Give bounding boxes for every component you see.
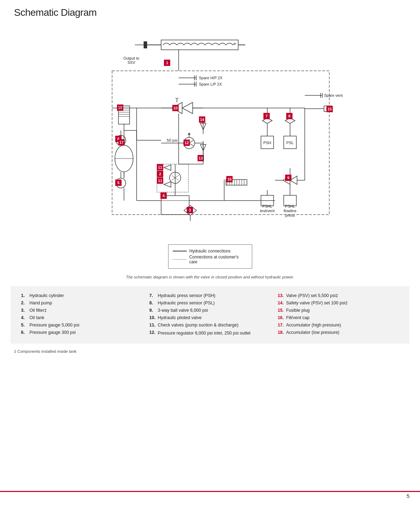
part-text-7: Hydraulic press sensor (PSH) bbox=[158, 293, 215, 298]
svg-text:SSV: SSV bbox=[127, 60, 135, 65]
part-7: 7. Hydraulic press sensor (PSH) bbox=[149, 293, 270, 298]
parts-col-1: 1. Hydraulic cylinder 2. Hand pump 3. Oi… bbox=[21, 293, 142, 337]
svg-text:7: 7 bbox=[265, 114, 267, 118]
part-3: 3. Oil filter‡ bbox=[21, 308, 142, 313]
svg-text:5: 5 bbox=[117, 181, 119, 185]
svg-text:9: 9 bbox=[287, 176, 289, 180]
valve-psv-13: 13 bbox=[198, 141, 206, 161]
svg-text:PSHL: PSHL bbox=[285, 204, 295, 208]
part-5: 5. Pressure gauge 5,000 psi bbox=[21, 323, 142, 328]
part-text-10: Hydraulic piloted valve bbox=[158, 315, 201, 320]
svg-text:18: 18 bbox=[118, 106, 122, 110]
fill-vent-cap: 16 bbox=[226, 176, 247, 185]
part-11: 11. Check valves (pump suction & dischar… bbox=[149, 323, 270, 328]
oil-filter: 3 bbox=[184, 205, 197, 221]
svg-text:PSH: PSH bbox=[263, 141, 271, 145]
hydraulic-cylinder: 1 Output to SSV bbox=[123, 40, 245, 71]
parts-section: 1. Hydraulic cylinder 2. Hand pump 3. Oi… bbox=[11, 286, 409, 344]
part-text-17: Accumulator (high pressure) bbox=[286, 323, 341, 328]
svg-text:2: 2 bbox=[159, 172, 161, 176]
part-text-18: Accumulator (low pressure) bbox=[286, 330, 339, 335]
svg-text:Spare vent: Spare vent bbox=[324, 93, 343, 97]
part-num-3: 3. bbox=[21, 308, 28, 313]
part-num-13: 13. bbox=[278, 293, 285, 298]
part-text-3: Oil filter‡ bbox=[29, 308, 47, 313]
part-text-6: Pressure gauge 300 psi bbox=[29, 330, 76, 335]
part-text-8: Hydraulic press sensor (PSL) bbox=[158, 301, 215, 305]
svg-text:press: press bbox=[285, 213, 295, 217]
part-text-1: Hydraulic cylinder bbox=[29, 293, 64, 298]
part-text-4: Oil tank bbox=[29, 315, 44, 320]
part-num-7: 7. bbox=[149, 293, 156, 298]
legend-dotted-line bbox=[173, 259, 187, 260]
part-text-13: Valve (PSV) set 5,500 psi‡ bbox=[286, 293, 338, 298]
schematic-diagram: 1 Output to SSV Spare H/P 2X Spare L/P 2… bbox=[67, 22, 354, 239]
svg-text:Spare H/P 2X: Spare H/P 2X bbox=[199, 76, 223, 80]
svg-text:Spare L/P 2X: Spare L/P 2X bbox=[199, 82, 222, 86]
page-number: 5 bbox=[407, 493, 409, 499]
svg-text:14: 14 bbox=[200, 117, 204, 122]
part-2: 2. Hand pump bbox=[21, 301, 142, 305]
part-num-12: 12. bbox=[149, 330, 156, 335]
svg-rect-0 bbox=[112, 71, 329, 215]
part-text-15: Fusible plug bbox=[286, 308, 310, 313]
part-17: 17. Accumulator (high pressure) bbox=[278, 323, 399, 328]
part-num-11: 11. bbox=[149, 323, 156, 328]
part-num-17: 17. bbox=[278, 323, 285, 328]
part-num-1: 1. bbox=[21, 293, 28, 298]
safety-valve-14: 14 bbox=[199, 116, 206, 134]
accumulator-low: 18 bbox=[117, 104, 130, 130]
piloted-valve: 10 bbox=[161, 98, 203, 114]
legend-box: Hydraulic connections Connections at cus… bbox=[168, 244, 252, 269]
svg-text:50 psi: 50 psi bbox=[167, 138, 178, 142]
check-valves-pump: 11 2 11 bbox=[157, 164, 188, 192]
svg-text:3: 3 bbox=[188, 208, 191, 212]
part-text-14: Safety valve (PSV) set 100 psi‡ bbox=[286, 301, 348, 305]
footnote: ‡ Components installed inside tank bbox=[0, 344, 420, 359]
svg-marker-54 bbox=[182, 102, 193, 114]
svg-text:PSL: PSL bbox=[286, 141, 294, 145]
svg-text:10: 10 bbox=[173, 106, 177, 110]
part-num-6: 6. bbox=[21, 330, 28, 335]
svg-marker-81 bbox=[164, 165, 171, 170]
spare-connections: Spare H/P 2X Spare L/P 2X bbox=[179, 75, 223, 87]
svg-text:PSHL: PSHL bbox=[262, 204, 272, 208]
part-num-10: 10. bbox=[149, 315, 156, 320]
part-18: 18. Accumulator (low pressure) bbox=[278, 330, 399, 335]
svg-rect-1 bbox=[161, 40, 238, 50]
part-num-5: 5. bbox=[21, 323, 28, 328]
part-num-14: 14. bbox=[278, 301, 285, 305]
part-text-5: Pressure gauge 5,000 psi bbox=[29, 323, 79, 328]
svg-text:15: 15 bbox=[327, 107, 331, 111]
svg-text:4: 4 bbox=[162, 194, 165, 198]
parts-col-2: 7. Hydraulic press sensor (PSH) 8. Hydra… bbox=[149, 293, 270, 337]
part-8: 8. Hydraulic press sensor (PSL) bbox=[149, 301, 270, 305]
part-num-16: 16. bbox=[278, 315, 285, 320]
psh-sensor: PSH 7 bbox=[261, 108, 274, 149]
part-num-9: 9. bbox=[149, 308, 156, 313]
svg-text:1: 1 bbox=[166, 61, 168, 65]
spare-vent: Spare vent bbox=[305, 93, 343, 98]
diagram-area: 1 Output to SSV Spare H/P 2X Spare L/P 2… bbox=[67, 22, 354, 239]
part-text-16: Fill/vent cap bbox=[286, 315, 310, 320]
part-num-8: 8. bbox=[149, 301, 156, 305]
part-text-2: Hand pump bbox=[29, 301, 52, 305]
svg-rect-3 bbox=[144, 41, 147, 48]
ball-valve-9: 9 bbox=[275, 168, 305, 184]
svg-marker-76 bbox=[188, 133, 191, 135]
part-text-11: Check valves (pump suction & discharge) bbox=[158, 323, 238, 328]
svg-text:13: 13 bbox=[198, 156, 202, 160]
parts-col-3: 13. Valve (PSV) set 5,500 psi‡ 14. Safet… bbox=[278, 293, 399, 337]
svg-marker-86 bbox=[164, 182, 171, 187]
legend-customer: Connections at customer's care bbox=[173, 255, 248, 264]
part-4: 4. Oil tank bbox=[21, 315, 142, 320]
part-num-2: 2. bbox=[21, 301, 28, 305]
svg-text:test/vent: test/vent bbox=[260, 209, 275, 213]
part-12: 12. Pressure regulator 6,000 psi inlet, … bbox=[149, 330, 270, 337]
page-title: Schematic Diagram bbox=[0, 0, 420, 22]
svg-text:11: 11 bbox=[158, 165, 162, 169]
svg-text:Output to: Output to bbox=[123, 56, 139, 60]
legend-hydraulic-label: Hydraulic connections bbox=[190, 249, 230, 254]
legend-hydraulic: Hydraulic connections bbox=[173, 249, 248, 254]
svg-text:flowline: flowline bbox=[283, 209, 296, 213]
